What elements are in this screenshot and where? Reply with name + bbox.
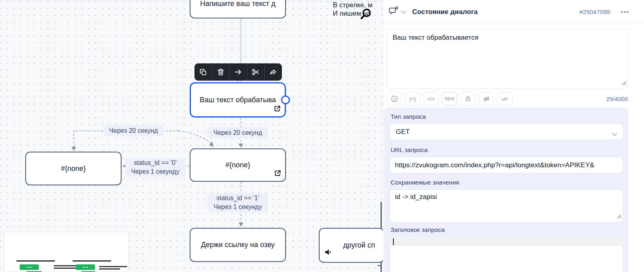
chevron-down-icon[interactable] [401, 8, 406, 16]
double-check-button[interactable] [497, 92, 512, 106]
edge-label-cond-zero[interactable]: status_id == '0' Через 1 секунду [125, 158, 185, 177]
saved-values-label: Сохраняемые значения [391, 179, 623, 186]
state-id-badge[interactable]: #25047095 [579, 8, 611, 16]
hidden-node-edge-tick [377, 265, 382, 266]
node-voice-link[interactable]: Держи ссылку на озву [190, 228, 286, 262]
dialog-state-icon[interactable] [388, 6, 399, 18]
resize-handle-icon[interactable] [621, 79, 626, 87]
external-link-icon[interactable] [274, 169, 281, 179]
panel-title: Состояние диалога [412, 8, 478, 16]
panel-header: Состояние диалога #25047095 ••• [383, 0, 644, 24]
edge-label-cond-one[interactable]: status_id == '1' Через 1 секунду [207, 193, 268, 212]
preview-text-line [16, 260, 55, 262]
request-header-label: Заголовок запроса [391, 226, 623, 233]
saved-values-textarea[interactable]: id -> id_zapisi [390, 189, 623, 222]
edge-label-delay-center[interactable]: Через 20 секунд [207, 127, 268, 138]
message-text-input[interactable]: Ваш текст обрабатывается [387, 29, 628, 89]
preview-green-node: ⟷ [20, 264, 39, 270]
resize-handle-icon[interactable] [616, 213, 622, 221]
node-toolbar [194, 63, 282, 81]
preview-green-node: ⟷ [76, 264, 95, 270]
copy-button[interactable] [194, 63, 212, 81]
node-none-center[interactable]: #{none} [190, 148, 286, 182]
variable-insert-button[interactable]: {+} [405, 92, 420, 106]
preview-text-line [99, 266, 127, 267]
flow-editor: Через 20 секунд Через 20 секунд status_i… [0, 0, 644, 272]
preview-text-line [99, 268, 120, 270]
text-caret [393, 238, 394, 245]
preview-text-line [73, 260, 111, 262]
node-none-left[interactable]: #{none} [25, 152, 122, 185]
request-type-label: Тип запроса [391, 113, 623, 120]
node-connection-handle[interactable] [281, 95, 290, 104]
editor-active-line [391, 237, 622, 246]
request-settings-section: Тип запроса GET URL запроса https://zvuk… [384, 108, 629, 272]
zoom-cursor-icon [360, 8, 372, 22]
emoji-button[interactable] [387, 92, 402, 106]
lock-button[interactable] [460, 92, 476, 106]
request-type-select[interactable]: GET [390, 124, 623, 140]
edge-label-delay-left[interactable]: Через 20 секунд [103, 125, 164, 136]
mute-voice-button[interactable] [479, 92, 494, 106]
node-write-text[interactable]: Напишите ваш текст д [190, 0, 286, 18]
chevron-down-icon [612, 130, 617, 138]
speaker-icon [325, 249, 332, 258]
char-counter: 25/4000 [606, 95, 628, 102]
node-other-speaker[interactable]: другой сп [319, 228, 384, 263]
request-header-editor[interactable] [390, 237, 623, 272]
html-button[interactable]: html [442, 92, 457, 106]
composer-toolbar: {+} </> html [387, 91, 628, 106]
more-menu-button[interactable]: ••• [621, 8, 630, 15]
cut-button[interactable] [247, 63, 264, 81]
request-url-label: URL запроса [391, 146, 623, 154]
state-settings-panel: Состояние диалога #25047095 ••• Ваш текс… [383, 0, 644, 272]
request-url-input[interactable]: https://zvukogram.com/index.php?r=api/lo… [390, 157, 623, 173]
arrow-right-button[interactable] [229, 63, 247, 81]
code-button[interactable]: </> [423, 92, 439, 106]
external-link-icon[interactable] [273, 105, 281, 114]
flow-canvas[interactable]: Через 20 секунд Через 20 секунд status_i… [0, 0, 384, 272]
doc-preview-thumbnail[interactable]: ⟷ ⟷ [4, 232, 128, 272]
node-selected-processing[interactable]: Ваш текст обрабатыва [190, 82, 286, 118]
delete-button[interactable] [212, 63, 229, 81]
forward-button[interactable] [264, 63, 282, 81]
